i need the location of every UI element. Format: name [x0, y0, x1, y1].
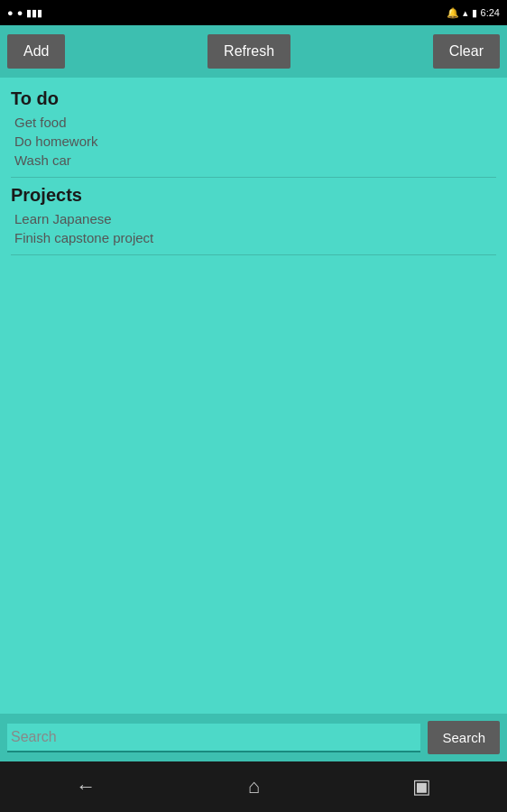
- section-divider: [11, 177, 496, 178]
- content-area: To do Get food Do homework Wash car Proj…: [0, 78, 507, 714]
- clear-button[interactable]: Clear: [433, 34, 500, 69]
- list-item: Wash car: [11, 151, 496, 170]
- back-icon[interactable]: ←: [58, 768, 114, 806]
- mute-icon: 🔔: [447, 7, 459, 19]
- todo-header: To do: [11, 88, 496, 109]
- toolbar: Add Refresh Clear: [0, 25, 507, 78]
- app-container: Add Refresh Clear To do Get food Do home…: [0, 25, 507, 761]
- search-input[interactable]: [7, 724, 420, 752]
- list-item: Learn Japanese: [11, 209, 496, 228]
- wifi-icon: ▴: [463, 7, 468, 19]
- status-bar: ● ● ▮▮▮ 🔔 ▴ ▮ 6:24: [0, 0, 507, 25]
- search-button[interactable]: Search: [428, 721, 500, 754]
- recents-icon[interactable]: ▣: [394, 768, 449, 806]
- section-divider-2: [11, 254, 496, 255]
- projects-header: Projects: [11, 185, 496, 206]
- time-display: 6:24: [481, 7, 500, 18]
- refresh-button[interactable]: Refresh: [207, 34, 290, 69]
- home-icon[interactable]: ⌂: [230, 768, 278, 806]
- nav-bar: ← ⌂ ▣: [0, 761, 507, 812]
- notification-icon: ●: [7, 7, 14, 18]
- list-item: Do homework: [11, 132, 496, 151]
- add-button[interactable]: Add: [7, 34, 65, 69]
- section-todo: To do Get food Do homework Wash car: [11, 88, 496, 170]
- list-item: Get food: [11, 113, 496, 132]
- battery-icon: ▮: [472, 7, 477, 19]
- bars-icon: ▮▮▮: [26, 7, 42, 19]
- status-bar-left: ● ● ▮▮▮: [7, 7, 42, 19]
- search-bar: Search: [0, 714, 507, 761]
- status-bar-right: 🔔 ▴ ▮ 6:24: [447, 7, 500, 19]
- list-item: Finish capstone project: [11, 228, 496, 247]
- camera-icon: ●: [17, 7, 23, 18]
- section-projects: Projects Learn Japanese Finish capstone …: [11, 185, 496, 247]
